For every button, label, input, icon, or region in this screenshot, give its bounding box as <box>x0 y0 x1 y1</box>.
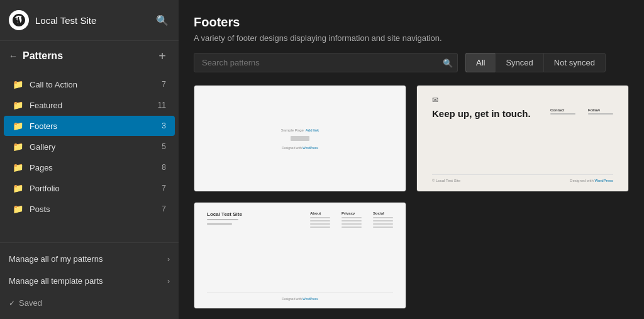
pf2-bottom: © Local Test Site Designed with WordPres… <box>432 174 613 182</box>
pf3-col-about: About <box>310 211 330 228</box>
folder-icon: 📁 <box>13 162 23 172</box>
page-title: Footers <box>194 15 629 30</box>
folder-icon: 📁 <box>13 142 23 152</box>
sidebar: Local Test Site 🔍 ← Patterns + 📁 Call to… <box>0 0 179 319</box>
preview-colophon4-content: Local Test Site About <box>194 203 406 309</box>
back-button[interactable]: ← <box>9 51 18 61</box>
pf3-col-social: Social <box>373 211 393 228</box>
page-description: A variety of footer designs displaying i… <box>194 33 629 43</box>
pattern-card-footer-centered: Sample Page Add link Designed with WordP… <box>194 85 406 192</box>
pattern-card-footer-colophon3: ✉ Keep up, get in touch. Contact Follow <box>416 85 629 192</box>
search-input[interactable] <box>194 53 458 72</box>
nav-list: 📁 Call to Action 7 📁 Featured 11 📁 Foote… <box>0 71 179 242</box>
sidebar-item-posts[interactable]: 📁 Posts 7 <box>4 199 175 219</box>
pf3-brand: Local Test Site <box>207 211 242 225</box>
saved-status: ✓ Saved <box>0 292 179 314</box>
add-pattern-button[interactable]: + <box>155 48 170 64</box>
search-box: 🔍 <box>194 53 458 72</box>
manage-patterns-link[interactable]: Manage all of my patterns › <box>0 248 179 270</box>
manage-template-parts-link[interactable]: Manage all template parts › <box>0 270 179 292</box>
pf2-headline: Keep up, get in touch. <box>432 108 540 119</box>
main-content: Footers A variety of footer designs disp… <box>179 0 644 319</box>
search-icon: 🔍 <box>443 58 453 67</box>
sidebar-footer: Manage all of my patterns › Manage all t… <box>0 242 179 319</box>
folder-icon-active: 📁 <box>13 121 23 131</box>
sidebar-item-footers[interactable]: 📁 Footers 3 <box>4 116 175 136</box>
sidebar-item-featured[interactable]: 📁 Featured 11 <box>4 95 175 115</box>
chevron-right-icon: › <box>167 277 170 286</box>
wordpress-logo <box>9 10 29 30</box>
pattern-preview-colophon3[interactable]: ✉ Keep up, get in touch. Contact Follow <box>417 86 628 192</box>
sidebar-item-gallery[interactable]: 📁 Gallery 5 <box>4 137 175 157</box>
filter-not-synced-button[interactable]: Not synced <box>543 53 606 72</box>
sidebar-item-pages[interactable]: 📁 Pages 8 <box>4 157 175 177</box>
pf2-col-contact: Contact <box>550 108 575 115</box>
filter-all-button[interactable]: All <box>465 53 495 72</box>
sidebar-item-portfolio[interactable]: 📁 Portfolio 7 <box>4 178 175 198</box>
folder-icon: 📁 <box>13 183 23 193</box>
pattern-preview-centered[interactable]: Sample Page Add link Designed with WordP… <box>194 86 406 192</box>
site-name: Local Test Site <box>35 15 148 26</box>
patterns-header: ← Patterns + <box>0 41 179 71</box>
pattern-preview-colophon4[interactable]: Local Test Site About <box>194 203 406 309</box>
patterns-title: Patterns <box>23 50 150 62</box>
filter-synced-button[interactable]: Synced <box>495 53 543 72</box>
pf3-top: Local Test Site About <box>207 211 393 228</box>
preview-colophon3-content: ✉ Keep up, get in touch. Contact Follow <box>417 86 628 192</box>
pf3-bottom: Designed with WordPress <box>207 293 393 301</box>
sidebar-item-call-to-action[interactable]: 📁 Call to Action 7 <box>4 74 175 94</box>
chevron-right-icon: › <box>167 255 170 264</box>
search-icon[interactable]: 🔍 <box>155 13 170 28</box>
pattern-card-footer-colophon4: Local Test Site About <box>194 202 406 309</box>
patterns-grid: Sample Page Add link Designed with WordP… <box>194 85 629 319</box>
folder-icon: 📁 <box>13 100 23 110</box>
check-icon: ✓ <box>9 299 15 308</box>
toolbar: 🔍 All Synced Not synced <box>194 53 629 72</box>
folder-icon: 📁 <box>13 204 23 214</box>
email-icon: ✉ <box>432 96 613 104</box>
pf3-col-privacy: Privacy <box>341 211 362 228</box>
pf2-col-follow: Follow <box>588 108 613 115</box>
preview-centered-content: Sample Page Add link Designed with WordP… <box>194 86 406 192</box>
logo-rect <box>291 136 309 141</box>
pf3-cols: About Privacy <box>310 211 393 228</box>
pf2-cols: Contact Follow <box>550 108 613 115</box>
filter-buttons: All Synced Not synced <box>465 53 606 72</box>
folder-icon: 📁 <box>13 79 23 89</box>
pf2-top: Keep up, get in touch. Contact Follow <box>432 108 613 119</box>
sidebar-header: Local Test Site 🔍 <box>0 0 179 41</box>
